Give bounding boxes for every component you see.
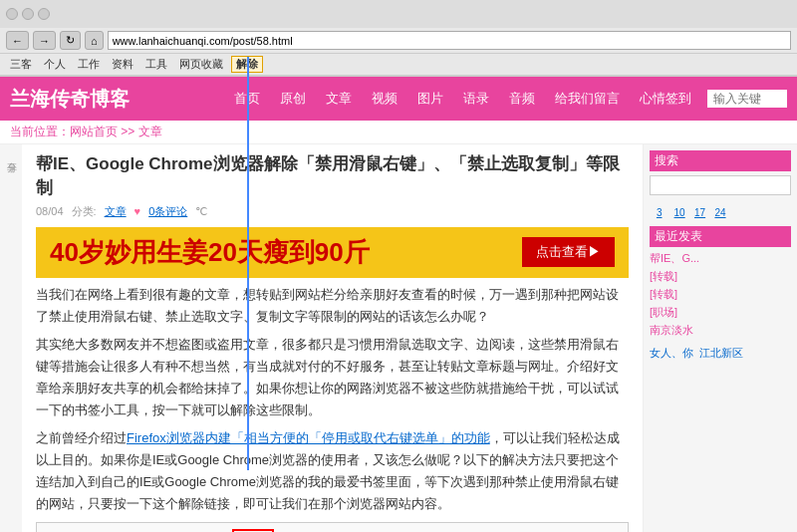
resolve-button[interactable]: 解除 [232, 529, 274, 532]
bookmark-sanjiao[interactable]: 三客 [6, 56, 36, 73]
site-nav: 首页 原创 文章 视频 图片 语录 音频 给我们留言 心情签到 [230, 88, 787, 110]
sidebar-recent-section: 最近发表 帮IE、G... [转载] [转载] [职场] 南京淡水 [650, 226, 791, 338]
right-sidebar: 搜索 3 10 17 24 最近发表 帮IE、G... [转载] [转载] [职… [643, 144, 797, 532]
search-input[interactable] [707, 90, 787, 108]
browser-chrome: ← → ↻ ⌂ 三客 个人 工作 资料 工具 网页收藏 解除 [0, 0, 797, 77]
article-body: 当我们在网络上看到很有趣的文章，想转贴到网站栏分给亲朋好友查看的时候，万一遇到那… [36, 284, 629, 532]
cal-day-3[interactable]: 3 [650, 207, 668, 218]
sidebar-tags: 女人、你 江北新区 [650, 346, 791, 361]
refresh-button[interactable]: ↻ [60, 31, 81, 50]
bookmark-wangye[interactable]: 网页收藏 [175, 56, 227, 73]
article-date: 08/04 [36, 205, 64, 217]
article-category-link[interactable]: 文章 [105, 204, 127, 219]
cal-day-10[interactable]: 10 [669, 207, 688, 218]
article-para1: 当我们在网络上看到很有趣的文章，想转贴到网站栏分给亲朋好友查看的时候，万一遇到那… [36, 284, 629, 328]
nav-message[interactable]: 给我们留言 [551, 88, 624, 110]
maximize-btn[interactable] [38, 8, 50, 20]
para3-start: 之前曾经介绍过 [36, 430, 127, 445]
back-button[interactable]: ← [6, 31, 29, 50]
address-bar[interactable] [108, 31, 791, 50]
minimize-btn[interactable] [22, 8, 34, 20]
bookmark-geren[interactable]: 个人 [40, 56, 70, 73]
nav-image[interactable]: 图片 [413, 88, 447, 110]
tag-jiangbei[interactable]: 江北新区 [699, 346, 743, 361]
main-content: 帮IE、Google Chrome浏览器解除「禁用滑鼠右键」、「禁止选取复制」等… [22, 144, 643, 532]
sidebar-recent-links: 帮IE、G... [转载] [转载] [职场] 南京淡水 [650, 251, 791, 338]
sidebar-recent-title: 最近发表 [650, 226, 791, 247]
sidebar-recent-item-1[interactable]: 帮IE、G... [650, 251, 791, 266]
ad-text: 40岁妙用生姜20天瘦到90斤 [50, 235, 370, 270]
main-layout: 分享 帮IE、Google Chrome浏览器解除「禁用滑鼠右键」、「禁止选取复… [0, 144, 797, 532]
article-para2: 其实绝大多数网友并不想盗图或盗用文章，很多都只是习惯用滑鼠选取文字、边阅读，这些… [36, 334, 629, 421]
nav-sign[interactable]: 心情签到 [636, 88, 695, 110]
sidebar-recent-item-5[interactable]: 南京淡水 [650, 323, 791, 338]
left-share-sidebar: 分享 [0, 144, 22, 532]
ad-banner: 40岁妙用生姜20天瘦到90斤 点击查看▶ [36, 227, 629, 278]
nav-toolbar: ← → ↻ ⌂ [0, 28, 797, 54]
para3-link[interactable]: Firefox浏览器内建「相当方便的「停用或取代右键选单」的功能 [127, 430, 490, 445]
calendar-grid: 3 10 17 24 [650, 207, 791, 218]
article-title: 帮IE、Google Chrome浏览器解除「禁用滑鼠右键」、「禁止选取复制」等… [36, 152, 629, 200]
bookmark-ziliao[interactable]: 资料 [108, 56, 137, 73]
comment-icon: ♥ [134, 205, 141, 217]
site-logo: 兰海传奇博客 [10, 86, 130, 113]
article-para3: 之前曾经介绍过Firefox浏览器内建「相当方便的「停用或取代右键选单」的功能，… [36, 427, 629, 515]
ad-button[interactable]: 点击查看▶ [522, 237, 615, 267]
forward-button[interactable]: → [33, 31, 56, 50]
sidebar-search-input[interactable] [650, 175, 791, 195]
nav-video[interactable]: 视频 [368, 88, 401, 110]
tag-nvren[interactable]: 女人、你 [650, 346, 693, 361]
bookmark-resolve[interactable]: 解除 [231, 56, 263, 73]
close-btn[interactable] [6, 8, 18, 20]
article-temp: ℃ [195, 205, 207, 218]
cal-day-24[interactable]: 24 [710, 207, 729, 218]
sidebar-recent-item-3[interactable]: [转载] [650, 287, 791, 302]
sidebar-search-section: 搜索 [650, 150, 791, 199]
titlebar [0, 0, 797, 28]
article-meta: 08/04 分类: 文章 ♥ 0条评论 ℃ [36, 204, 629, 219]
sidebar-tags-section: 女人、你 江北新区 [650, 346, 791, 361]
sidebar-calendar-section: 3 10 17 24 [650, 207, 791, 218]
nav-audio[interactable]: 音频 [505, 88, 539, 110]
cal-day-17[interactable]: 17 [690, 207, 709, 218]
blue-line-indicator [247, 57, 249, 470]
sidebar-recent-item-4[interactable]: [职场] [650, 305, 791, 320]
toolbox-box: 解除钩右键功能的书签小工具： 解除 （将左边连结加到到我的最爱，或拉到书签工具列… [36, 522, 629, 532]
nav-article[interactable]: 文章 [322, 88, 356, 110]
sidebar-search-title: 搜索 [650, 150, 791, 171]
breadcrumb: 当前位置：网站首页 >> 文章 [0, 121, 797, 144]
breadcrumb-text: 当前位置：网站首页 >> 文章 [10, 125, 162, 138]
bookmarks-bar: 三客 个人 工作 资料 工具 网页收藏 解除 [0, 54, 797, 76]
home-button[interactable]: ⌂ [85, 31, 104, 50]
page-content: 兰海传奇博客 首页 原创 文章 视频 图片 语录 音频 给我们留言 心情签到 当… [0, 77, 797, 532]
site-header: 兰海传奇博客 首页 原创 文章 视频 图片 语录 音频 给我们留言 心情签到 [0, 77, 797, 121]
article-category: 分类: [72, 204, 97, 219]
bookmark-gongju[interactable]: 工具 [141, 56, 171, 73]
bookmark-gongzuo[interactable]: 工作 [74, 56, 104, 73]
sidebar-recent-item-2[interactable]: [转载] [650, 269, 791, 284]
article-comments[interactable]: 0条评论 [148, 204, 187, 219]
nav-original[interactable]: 原创 [276, 88, 310, 110]
nav-quote[interactable]: 语录 [459, 88, 493, 110]
